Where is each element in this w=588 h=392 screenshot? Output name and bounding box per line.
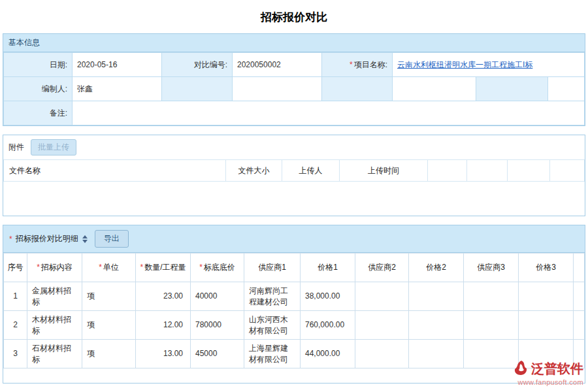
basic-info-section: 基本信息 日期: 2020-05-16 对比编号: 2020050002 *项目… xyxy=(3,33,585,126)
empty-value-cell xyxy=(233,77,322,101)
cell-seq: 2 xyxy=(4,311,27,340)
page-title: 招标报价对比 xyxy=(0,0,588,33)
col-empty xyxy=(574,253,585,282)
detail-toolbar: * 招标报价对比明细 导出 xyxy=(3,225,585,253)
empty-label-cell xyxy=(162,77,233,101)
col-supplier2: 供应商2 xyxy=(355,253,409,282)
compare-no-field: 2020050002 xyxy=(233,53,322,77)
cell-price2 xyxy=(409,340,464,368)
empty-value-cell xyxy=(548,77,585,101)
cell-supplier2 xyxy=(355,282,409,311)
cell-price1: 38,000.00 xyxy=(301,282,355,311)
basic-info-table: 日期: 2020-05-16 对比编号: 2020050002 *项目名称: 云… xyxy=(3,52,585,125)
required-mark: * xyxy=(140,263,143,272)
attach-col-empty xyxy=(508,160,550,182)
col-price3: 价格3 xyxy=(519,253,574,282)
brand-url: www.fanpusoft.com xyxy=(513,378,583,386)
sort-icon[interactable] xyxy=(82,235,88,243)
form-row-2: 编制人: 张鑫 xyxy=(4,77,585,101)
cell-supplier3 xyxy=(464,311,519,340)
cell-base-price: 40000 xyxy=(191,282,244,311)
author-field: 张鑫 xyxy=(73,77,162,101)
form-row-3: 备注: xyxy=(4,101,585,125)
col-supplier3: 供应商3 xyxy=(464,253,519,282)
detail-section: * 招标报价对比明细 导出 序号 *招标内容 *单位 *数量/工程量 *标底底价… xyxy=(3,225,585,384)
col-content: *招标内容 xyxy=(27,253,82,282)
attach-col-empty xyxy=(467,160,508,182)
cell-empty xyxy=(574,311,585,340)
col-base-price: *标底底价 xyxy=(191,253,244,282)
required-mark: * xyxy=(199,263,203,272)
cell-content: 金属材料招标 xyxy=(27,282,82,311)
col-seq: 序号 xyxy=(4,253,27,282)
fanpu-logo-icon xyxy=(513,360,529,378)
attach-col-empty xyxy=(550,160,585,182)
cell-quantity: 12.00 xyxy=(136,311,191,340)
cell-seq: 3 xyxy=(4,340,27,368)
cell-unit: 项 xyxy=(82,282,136,311)
attach-col-uploadtime: 上传时间 xyxy=(340,160,428,182)
attachments-toolbar: 附件 批量上传 xyxy=(3,135,585,159)
table-row: 1 金属材料招标 项 23.00 40000 河南辉尚工程建材公司 38,000… xyxy=(4,282,585,311)
col-quantity: *数量/工程量 xyxy=(136,253,191,282)
cell-price1: 44,000.00 xyxy=(301,340,355,368)
table-row: 2 木材材料招标 项 12.00 780000 山东河西木材有限公司 760,0… xyxy=(4,311,585,340)
attach-col-uploader: 上传人 xyxy=(282,160,340,182)
remark-label: 备注: xyxy=(4,101,73,125)
cell-base-price: 780000 xyxy=(191,311,244,340)
project-label: *项目名称: xyxy=(322,53,393,77)
attach-col-empty xyxy=(428,160,467,182)
cell-content: 木材材料招标 xyxy=(27,311,82,340)
detail-header-row: 序号 *招标内容 *单位 *数量/工程量 *标底底价 供应商1 价格1 供应商2… xyxy=(4,253,585,282)
cell-unit: 项 xyxy=(82,311,136,340)
required-mark: * xyxy=(99,263,102,272)
cell-empty xyxy=(574,282,585,311)
required-mark: * xyxy=(9,235,12,244)
col-unit: *单位 xyxy=(82,253,136,282)
attach-col-filename: 文件名称 xyxy=(4,160,226,182)
cell-quantity: 23.00 xyxy=(136,282,191,311)
author-label: 编制人: xyxy=(4,77,73,101)
cell-supplier1: 河南辉尚工程建材公司 xyxy=(244,282,301,311)
col-price1: 价格1 xyxy=(301,253,355,282)
required-mark: * xyxy=(37,263,40,272)
empty-label-cell xyxy=(322,77,393,101)
batch-upload-button[interactable]: 批量上传 xyxy=(31,139,76,155)
cell-supplier3 xyxy=(464,282,519,311)
basic-info-header: 基本信息 xyxy=(3,34,585,52)
attachments-table: 文件名称 文件大小 上传人 上传时间 xyxy=(3,159,585,182)
detail-table: 序号 *招标内容 *单位 *数量/工程量 *标底底价 供应商1 价格1 供应商2… xyxy=(3,253,585,368)
cell-base-price: 45000 xyxy=(191,340,244,368)
brand-name: 泛普软件 xyxy=(531,360,583,378)
remark-field[interactable] xyxy=(73,101,585,125)
cell-price2 xyxy=(409,282,464,311)
attachments-empty-area xyxy=(3,182,585,216)
table-row: 3 石材材料招标 项 13.00 45000 上海星辉建材有限公司 44,000… xyxy=(4,340,585,368)
attachments-header-row: 文件名称 文件大小 上传人 上传时间 xyxy=(4,160,585,182)
cell-supplier1: 上海星辉建材有限公司 xyxy=(244,340,301,368)
detail-bottom-padding xyxy=(3,368,585,383)
attach-col-filesize: 文件大小 xyxy=(226,160,282,182)
cell-price2 xyxy=(409,311,464,340)
cell-supplier3 xyxy=(464,340,519,368)
detail-title: 招标报价对比明细 xyxy=(16,233,78,244)
empty-value-cell xyxy=(393,77,476,101)
cell-content: 石材材料招标 xyxy=(27,340,82,368)
cell-quantity: 13.00 xyxy=(136,340,191,368)
col-price2: 价格2 xyxy=(409,253,464,282)
footer-brand: 泛普软件 www.fanpusoft.com xyxy=(513,360,583,386)
project-name-link[interactable]: 云南水利枢纽潜明水库一期工程施工I标 xyxy=(397,60,532,69)
project-field: 云南水利枢纽潜明水库一期工程施工I标 xyxy=(393,53,585,77)
form-row-1: 日期: 2020-05-16 对比编号: 2020050002 *项目名称: 云… xyxy=(4,53,585,77)
compare-no-label: 对比编号: xyxy=(162,53,233,77)
cell-supplier2 xyxy=(355,311,409,340)
attachments-section: 附件 批量上传 文件名称 文件大小 上传人 上传时间 xyxy=(3,135,585,216)
date-label: 日期: xyxy=(4,53,73,77)
attachments-title: 附件 xyxy=(8,142,24,153)
cell-supplier1: 山东河西木材有限公司 xyxy=(244,311,301,340)
cell-price3 xyxy=(519,282,574,311)
cell-price1: 760,000.00 xyxy=(301,311,355,340)
export-button[interactable]: 导出 xyxy=(95,230,129,248)
required-mark: * xyxy=(350,60,353,69)
date-field[interactable]: 2020-05-16 xyxy=(73,53,162,77)
